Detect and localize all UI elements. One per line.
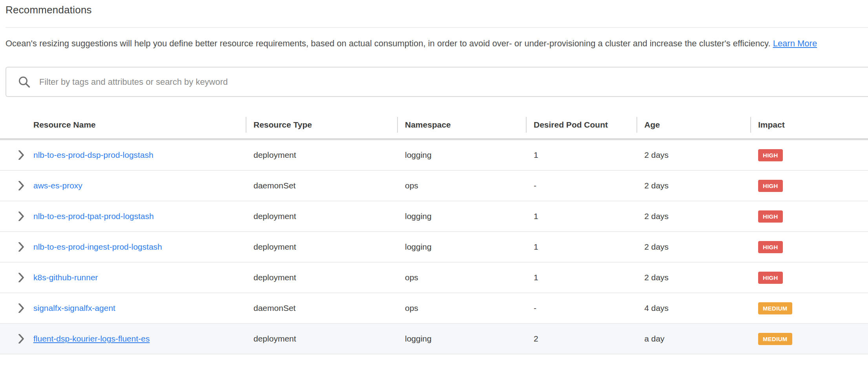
chevron-right-icon[interactable] — [18, 273, 25, 282]
learn-more-link[interactable]: Learn More — [773, 38, 817, 48]
resource-name-cell: nlb-to-es-prod-tpat-prod-logstash — [0, 212, 246, 221]
search-input[interactable] — [39, 70, 868, 94]
title-divider — [5, 27, 868, 28]
impact-cell: HIGH — [750, 180, 868, 192]
column-header-resource-name: Resource Name — [0, 111, 246, 138]
resource-name-link[interactable]: fluent-dsp-kourier-logs-fluent-es — [33, 334, 150, 343]
namespace-cell: logging — [397, 334, 526, 343]
resource-name-link[interactable]: nlb-to-es-prod-tpat-prod-logstash — [33, 212, 154, 221]
chevron-right-icon[interactable] — [18, 242, 25, 252]
resource-name-link[interactable]: nlb-to-es-prod-dsp-prod-logstash — [33, 150, 153, 159]
impact-badge: MEDIUM — [758, 302, 792, 314]
column-header-age: Age — [636, 111, 750, 138]
resource-name-cell: signalfx-signalfx-agent — [0, 303, 246, 313]
chevron-right-icon[interactable] — [18, 150, 25, 160]
impact-cell: HIGH — [750, 241, 868, 253]
table-row[interactable]: nlb-to-es-prod-dsp-prod-logstash deploym… — [0, 140, 868, 171]
table-body: nlb-to-es-prod-dsp-prod-logstash deploym… — [0, 140, 868, 354]
age-cell: 2 days — [636, 181, 750, 190]
chevron-right-icon[interactable] — [18, 212, 25, 221]
search-icon — [18, 76, 31, 88]
age-cell: 2 days — [636, 242, 750, 252]
table-row[interactable]: nlb-to-es-prod-tpat-prod-logstash deploy… — [0, 201, 868, 232]
resource-type-cell: deployment — [246, 273, 397, 282]
age-cell: 2 days — [636, 273, 750, 282]
impact-cell: HIGH — [750, 149, 868, 161]
resource-name-link[interactable]: signalfx-signalfx-agent — [33, 303, 115, 312]
filter-search-box[interactable] — [5, 67, 868, 97]
table-row[interactable]: k8s-github-runner deployment ops 1 2 day… — [0, 263, 868, 293]
age-cell: 2 days — [636, 212, 750, 221]
impact-cell: HIGH — [750, 272, 868, 284]
impact-badge: HIGH — [758, 210, 783, 223]
namespace-cell: ops — [397, 273, 526, 282]
impact-badge: HIGH — [758, 149, 783, 161]
resource-name-cell: k8s-github-runner — [0, 273, 246, 282]
namespace-cell: logging — [397, 242, 526, 252]
resource-name-cell: nlb-to-es-prod-ingest-prod-logstash — [0, 242, 246, 252]
table-row[interactable]: signalfx-signalfx-agent daemonSet ops - … — [0, 293, 868, 324]
resource-name-link[interactable]: nlb-to-es-prod-ingest-prod-logstash — [33, 242, 162, 251]
pod-count-cell: - — [526, 303, 636, 313]
resource-name-cell: fluent-dsp-kourier-logs-fluent-es — [0, 334, 246, 343]
resource-type-cell: deployment — [246, 242, 397, 252]
namespace-cell: logging — [397, 150, 526, 160]
recommendations-page: Recommendations Ocean's resizing suggest… — [0, 4, 868, 369]
column-header-impact: Impact — [750, 111, 868, 138]
impact-cell: HIGH — [750, 210, 868, 223]
impact-cell: MEDIUM — [750, 302, 868, 314]
chevron-right-icon[interactable] — [18, 181, 25, 190]
description-body: Ocean's resizing suggestions will help y… — [5, 38, 771, 48]
pod-count-cell: 1 — [526, 150, 636, 160]
pod-count-cell: 2 — [526, 334, 636, 343]
chevron-right-icon[interactable] — [18, 303, 25, 313]
resource-type-cell: deployment — [246, 150, 397, 160]
resource-name-link[interactable]: k8s-github-runner — [33, 273, 98, 282]
resource-name-cell: nlb-to-es-prod-dsp-prod-logstash — [0, 150, 246, 160]
table-header-row: Resource Name Resource Type Namespace De… — [0, 111, 868, 140]
column-header-desired-pod-count: Desired Pod Count — [526, 111, 636, 138]
resource-type-cell: deployment — [246, 212, 397, 221]
resource-type-cell: deployment — [246, 334, 397, 343]
pod-count-cell: 1 — [526, 273, 636, 282]
description-text: Ocean's resizing suggestions will help y… — [5, 37, 859, 49]
column-header-namespace: Namespace — [397, 111, 526, 138]
impact-badge: HIGH — [758, 272, 783, 284]
resource-name-link[interactable]: aws-es-proxy — [33, 181, 82, 190]
namespace-cell: ops — [397, 303, 526, 313]
impact-badge: HIGH — [758, 180, 783, 192]
age-cell: 2 days — [636, 150, 750, 160]
age-cell: a day — [636, 334, 750, 343]
impact-badge: MEDIUM — [758, 333, 792, 345]
impact-cell: MEDIUM — [750, 333, 868, 345]
table-row[interactable]: aws-es-proxy daemonSet ops - 2 days HIGH — [0, 171, 868, 201]
page-title: Recommendations — [5, 4, 868, 16]
pod-count-cell: 1 — [526, 242, 636, 252]
age-cell: 4 days — [636, 303, 750, 313]
namespace-cell: ops — [397, 181, 526, 190]
impact-badge: HIGH — [758, 241, 783, 253]
resource-type-cell: daemonSet — [246, 303, 397, 313]
resource-type-cell: daemonSet — [246, 181, 397, 190]
resource-name-cell: aws-es-proxy — [0, 181, 246, 190]
chevron-right-icon[interactable] — [18, 334, 25, 343]
pod-count-cell: - — [526, 181, 636, 190]
column-header-resource-type: Resource Type — [246, 111, 397, 138]
pod-count-cell: 1 — [526, 212, 636, 221]
table-row[interactable]: fluent-dsp-kourier-logs-fluent-es deploy… — [0, 324, 868, 354]
table-row[interactable]: nlb-to-es-prod-ingest-prod-logstash depl… — [0, 232, 868, 263]
namespace-cell: logging — [397, 212, 526, 221]
recommendations-table: Resource Name Resource Type Namespace De… — [0, 111, 868, 354]
